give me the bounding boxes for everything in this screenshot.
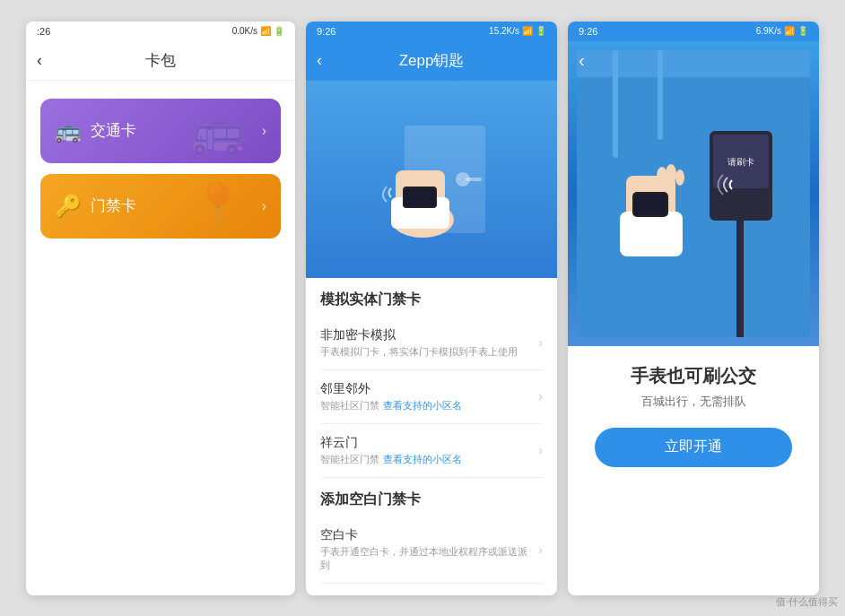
access-bg-decoration: 📍 <box>191 181 245 231</box>
screen1-time: :26 <box>37 26 50 37</box>
menu-item-2-content: 祥云门 智能社区门禁 查看支持的小区名 <box>320 435 531 466</box>
screen3-subtitle: 百城出行，无需排队 <box>641 394 746 410</box>
menu-item-1-title: 邻里邻外 <box>320 381 531 397</box>
screen3-content: 手表也可刷公交 百城出行，无需排队 立即开通 <box>568 346 819 485</box>
menu-item-1-sub: 智能社区门禁 <box>320 399 379 412</box>
menu-item-2-title: 祥云门 <box>320 435 531 451</box>
screen1-back-button[interactable]: ‹ <box>37 51 42 70</box>
svg-rect-2 <box>466 178 482 181</box>
screen2-status-bar: 9:26 15.2K/s 📶 🔋 <box>306 22 557 41</box>
blank-card-content: 空白卡 手表开通空白卡，并通过本地业权程序或派送派到 <box>320 527 531 572</box>
section1-title: 模拟实体门禁卡 <box>320 278 543 317</box>
screen1-status-bar: :26 0.0K/s 📶 🔋 <box>26 22 295 41</box>
screen1-card-list: 🚌 交通卡 🚌 › 🔑 门禁卡 📍 › <box>26 81 295 256</box>
screen2-battery-icon: 🔋 <box>536 26 546 36</box>
screen3-status-bar: 9:26 6.9K/s 📶 🔋 <box>568 22 819 41</box>
screen2-content: 模拟实体门禁卡 非加密卡模拟 手表模拟门卡，将实体门卡模拟到手表上使用 › 邻里… <box>306 278 557 584</box>
menu-item-2[interactable]: 祥云门 智能社区门禁 查看支持的小区名 › <box>320 424 543 478</box>
menu-item-0-arrow: › <box>538 335 543 350</box>
svg-text:请刷卡: 请刷卡 <box>727 157 754 167</box>
access-card[interactable]: 🔑 门禁卡 📍 › <box>40 174 281 239</box>
screen2-time: 9:26 <box>317 26 335 37</box>
screen2-status-icons: 15.2K/s 📶 🔋 <box>489 26 546 36</box>
screen1-status-icons: 0.0K/s 📶 🔋 <box>232 26 284 36</box>
screen1-battery-icon: 🔋 <box>274 26 284 36</box>
screen3-battery-icon: 🔋 <box>797 26 808 36</box>
menu-item-2-link[interactable]: 查看支持的小区名 <box>383 453 462 466</box>
transport-bg-decoration: 🚌 <box>191 106 245 156</box>
blank-card-sub: 手表开通空白卡，并通过本地业权程序或派送派到 <box>320 545 531 572</box>
screen3-speed: 6.9K/s <box>756 26 781 36</box>
svg-rect-10 <box>613 50 618 158</box>
screen3-back-button[interactable]: ‹ <box>579 50 585 71</box>
screen3-hero-svg: 请刷卡 <box>577 50 810 337</box>
screen2-navbar: ‹ Zepp钥匙 <box>306 41 557 81</box>
menu-item-0-content: 非加密卡模拟 手表模拟门卡，将实体门卡模拟到手表上使用 <box>320 327 531 359</box>
access-icon: 🔑 <box>55 194 82 219</box>
screen2-speed: 15.2K/s <box>489 26 519 36</box>
transport-icon: 🚌 <box>55 118 82 143</box>
menu-item-0[interactable]: 非加密卡模拟 手表模拟门卡，将实体门卡模拟到手表上使用 › <box>320 317 543 370</box>
menu-item-0-title: 非加密卡模拟 <box>320 327 531 343</box>
menu-item-2-sub: 智能社区门禁 <box>320 453 379 466</box>
svg-rect-11 <box>658 50 663 140</box>
screen1: :26 0.0K/s 📶 🔋 ‹ 卡包 🚌 交通卡 🚌 › 🔑 <box>26 22 295 595</box>
transport-arrow: › <box>262 123 266 139</box>
menu-item-2-row: 智能社区门禁 查看支持的小区名 <box>320 453 531 466</box>
screen2-hero <box>306 81 557 278</box>
svg-point-21 <box>666 164 676 184</box>
screen3-signal-icon: 📶 <box>784 26 795 36</box>
access-arrow: › <box>262 198 266 214</box>
watermark: 值·什么值得买 <box>776 595 838 609</box>
menu-item-1-row: 智能社区门禁 查看支持的小区名 <box>320 399 531 412</box>
menu-item-0-sub: 手表模拟门卡，将实体门卡模拟到手表上使用 <box>320 345 531 359</box>
screen2-signal-icon: 📶 <box>522 26 533 36</box>
svg-rect-8 <box>577 50 810 337</box>
menu-item-1-content: 邻里邻外 智能社区门禁 查看支持的小区名 <box>320 381 531 412</box>
svg-rect-17 <box>620 212 683 256</box>
menu-item-1[interactable]: 邻里邻外 智能社区门禁 查看支持的小区名 › <box>320 370 543 424</box>
screen3: 9:26 6.9K/s 📶 🔋 ‹ 请刷卡 <box>568 22 819 595</box>
screen2-back-button[interactable]: ‹ <box>317 51 322 70</box>
screen3-time: 9:26 <box>579 26 597 37</box>
screen2: 9:26 15.2K/s 📶 🔋 ‹ Zepp钥匙 <box>306 22 557 595</box>
screenshots-container: :26 0.0K/s 📶 🔋 ‹ 卡包 🚌 交通卡 🚌 › 🔑 <box>0 0 845 616</box>
screen1-speed: 0.0K/s <box>232 26 257 36</box>
screen3-title: 手表也可刷公交 <box>631 364 756 388</box>
screen1-navbar: ‹ 卡包 <box>26 41 295 81</box>
screen2-title: Zepp钥匙 <box>399 50 465 71</box>
svg-point-22 <box>675 169 684 186</box>
screen3-status-icons: 6.9K/s 📶 🔋 <box>756 26 808 36</box>
svg-rect-19 <box>634 194 666 215</box>
transport-card[interactable]: 🚌 交通卡 🚌 › <box>40 99 281 163</box>
svg-rect-9 <box>577 50 810 77</box>
blank-card-arrow: › <box>538 542 543 557</box>
svg-rect-15 <box>736 221 744 337</box>
menu-item-1-link[interactable]: 查看支持的小区名 <box>383 399 462 412</box>
activate-button[interactable]: 立即开通 <box>595 428 792 467</box>
section2-title: 添加空白门禁卡 <box>320 478 543 516</box>
screen1-signal-icon: 📶 <box>260 26 271 36</box>
svg-rect-7 <box>405 188 435 206</box>
screen3-hero: ‹ 请刷卡 <box>568 41 819 346</box>
menu-item-2-arrow: › <box>538 443 543 457</box>
zepp-hero-svg <box>324 90 539 269</box>
blank-card-title: 空白卡 <box>320 527 531 543</box>
blank-card-item[interactable]: 空白卡 手表开通空白卡，并通过本地业权程序或派送派到 › <box>320 516 543 584</box>
menu-item-1-arrow: › <box>538 389 543 403</box>
screen1-title: 卡包 <box>145 50 176 71</box>
